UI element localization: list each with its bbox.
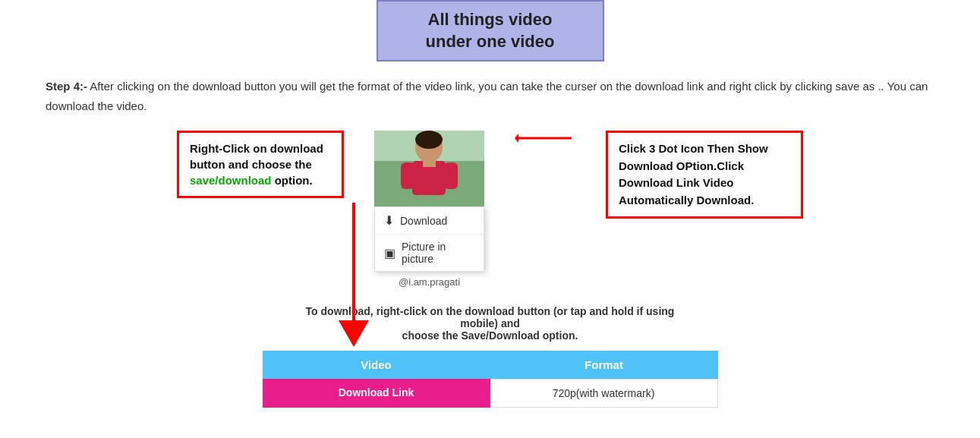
thumbnail-svg xyxy=(374,131,484,206)
video-section: ⬇ Download ▣ Picture in picture @i.am.pr… xyxy=(374,131,484,288)
header-banner: All things video under one video xyxy=(46,0,934,61)
video-caption: @i.am.pragati xyxy=(399,276,460,288)
download-icon: ⬇ xyxy=(384,213,394,228)
page-container: All things video under one video Step 4:… xyxy=(0,0,980,423)
context-menu-download[interactable]: ⬇ Download xyxy=(375,207,484,235)
video-preview: ⬇ Download ▣ Picture in picture xyxy=(374,131,484,272)
svg-rect-7 xyxy=(423,159,436,167)
step-label: Step 4:- xyxy=(46,80,87,93)
down-arrow-svg xyxy=(323,203,384,347)
left-annotation-line1: Right-Click on downloadbutton and choose… xyxy=(190,142,323,171)
table-row: Download Link 720p(with watermark) xyxy=(263,379,718,408)
left-annotation-highlight: save/download xyxy=(190,174,272,187)
center-section: Right-Click on downloadbutton and choose… xyxy=(46,131,934,288)
pip-icon: ▣ xyxy=(384,246,395,260)
step-description: After clicking on the download button yo… xyxy=(46,80,928,112)
content-area: Right-Click on downloadbutton and choose… xyxy=(46,131,934,408)
banner-box: All things video under one video xyxy=(377,0,604,61)
arrow-right-to-menu xyxy=(515,131,575,146)
context-menu: ⬇ Download ▣ Picture in picture xyxy=(374,206,484,272)
right-annotation: Click 3 Dot Icon Then Show Download OPti… xyxy=(606,131,803,219)
table-section: Video Format Download Link 720p(with wat… xyxy=(263,351,718,408)
left-annotation-line3: option. xyxy=(272,174,313,187)
table-cell-format: 720p(with watermark) xyxy=(490,379,718,408)
video-thumbnail xyxy=(374,131,484,206)
svg-rect-6 xyxy=(444,162,458,189)
left-annotation: Right-Click on downloadbutton and choose… xyxy=(177,131,344,198)
banner-line1: All things video xyxy=(428,10,553,29)
context-menu-pip[interactable]: ▣ Picture in picture xyxy=(375,235,484,271)
table-header: Video Format xyxy=(263,351,718,379)
right-annotation-text: Click 3 Dot Icon Then Show Download OPti… xyxy=(619,142,768,206)
svg-marker-9 xyxy=(515,134,518,143)
download-instruction-line2: choose the Save/Download option. xyxy=(402,329,578,342)
svg-point-3 xyxy=(415,131,443,149)
context-menu-download-label: Download xyxy=(400,215,447,227)
table-header-format: Format xyxy=(490,351,718,379)
table-header-video: Video xyxy=(263,351,490,379)
step-text: Step 4:- After clicking on the download … xyxy=(46,77,934,115)
banner-line2: under one video xyxy=(426,32,555,51)
context-menu-pip-label: Picture in picture xyxy=(402,241,474,265)
horizontal-arrow-svg xyxy=(515,131,575,146)
svg-marker-11 xyxy=(339,320,369,347)
svg-rect-5 xyxy=(401,162,414,189)
table-cell-download-link[interactable]: Download Link xyxy=(263,379,490,408)
